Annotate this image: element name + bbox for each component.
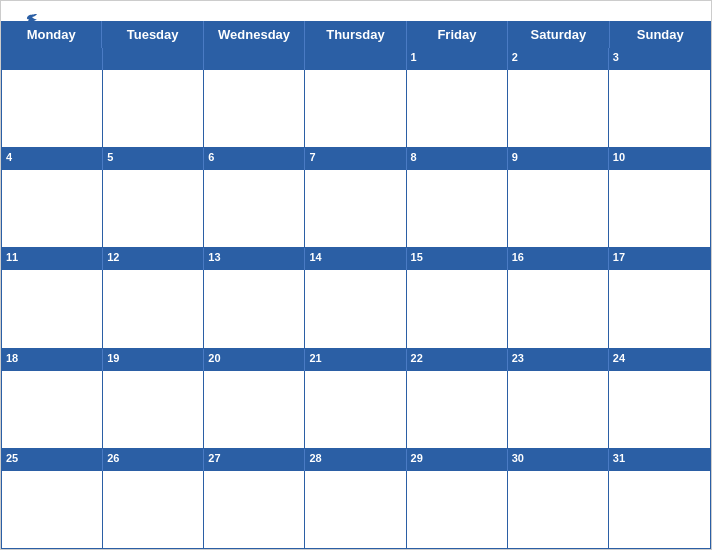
calendar-cell — [305, 270, 406, 347]
day-header-saturday: Saturday — [508, 21, 609, 48]
logo-bird-icon — [23, 11, 41, 29]
week-day-num: 15 — [407, 248, 508, 270]
calendar-cell — [407, 70, 508, 147]
week-day-num: 27 — [204, 449, 305, 471]
week-day-num: 14 — [305, 248, 406, 270]
calendar-cell — [204, 371, 305, 448]
calendar-cell — [609, 170, 710, 247]
calendar-header — [1, 1, 711, 21]
week-day-num: 25 — [2, 449, 103, 471]
calendar-cell — [103, 471, 204, 548]
calendar-cell — [407, 270, 508, 347]
week-day-num: 23 — [508, 349, 609, 371]
week-day-num — [2, 48, 103, 70]
calendar-cell — [2, 270, 103, 347]
calendar-cell — [305, 170, 406, 247]
week-day-num — [305, 48, 406, 70]
week-day-num: 18 — [2, 349, 103, 371]
calendar-cell — [508, 170, 609, 247]
day-header-monday: Monday — [1, 21, 102, 48]
week-day-num: 21 — [305, 349, 406, 371]
week-day-num: 7 — [305, 148, 406, 170]
week-day-num: 10 — [609, 148, 710, 170]
day-header-friday: Friday — [407, 21, 508, 48]
calendar-cell — [204, 471, 305, 548]
calendar-cell — [204, 70, 305, 147]
week-day-num — [103, 48, 204, 70]
calendar-cell — [508, 70, 609, 147]
week-day-num: 13 — [204, 248, 305, 270]
week-row-3: 11121314151617 — [2, 248, 710, 348]
week-day-num: 26 — [103, 449, 204, 471]
calendar-cell — [103, 371, 204, 448]
day-headers: MondayTuesdayWednesdayThursdayFridaySatu… — [1, 21, 711, 48]
calendar-cell — [407, 170, 508, 247]
calendar-grid: 1234567891011121314151617181920212223242… — [1, 48, 711, 549]
day-header-tuesday: Tuesday — [102, 21, 203, 48]
calendar-cell — [609, 471, 710, 548]
calendar-cell — [407, 471, 508, 548]
week-day-num: 29 — [407, 449, 508, 471]
calendar-cell — [609, 70, 710, 147]
calendar-cell — [103, 70, 204, 147]
week-day-num: 9 — [508, 148, 609, 170]
week-day-num: 31 — [609, 449, 710, 471]
week-day-num: 24 — [609, 349, 710, 371]
week-day-num: 12 — [103, 248, 204, 270]
week-day-num: 4 — [2, 148, 103, 170]
week-day-num: 30 — [508, 449, 609, 471]
calendar-cell — [2, 70, 103, 147]
week-day-num: 19 — [103, 349, 204, 371]
calendar-container: MondayTuesdayWednesdayThursdayFridaySatu… — [0, 0, 712, 550]
calendar-cell — [305, 70, 406, 147]
calendar-cell — [2, 170, 103, 247]
calendar-cell — [508, 371, 609, 448]
week-day-num: 2 — [508, 48, 609, 70]
week-day-num: 28 — [305, 449, 406, 471]
calendar-cell — [407, 371, 508, 448]
week-row-4: 18192021222324 — [2, 349, 710, 449]
week-day-num: 11 — [2, 248, 103, 270]
week-day-num — [204, 48, 305, 70]
week-day-num: 17 — [609, 248, 710, 270]
week-day-num: 6 — [204, 148, 305, 170]
calendar-cell — [2, 471, 103, 548]
day-header-sunday: Sunday — [610, 21, 711, 48]
week-day-num: 22 — [407, 349, 508, 371]
week-row-5: 25262728293031 — [2, 449, 710, 548]
calendar-cell — [103, 270, 204, 347]
day-header-thursday: Thursday — [305, 21, 406, 48]
week-day-num: 20 — [204, 349, 305, 371]
week-day-num: 5 — [103, 148, 204, 170]
calendar-cell — [508, 471, 609, 548]
week-day-num: 1 — [407, 48, 508, 70]
week-row-2: 45678910 — [2, 148, 710, 248]
week-day-num: 3 — [609, 48, 710, 70]
logo — [21, 11, 41, 29]
calendar-cell — [305, 371, 406, 448]
week-day-num: 16 — [508, 248, 609, 270]
calendar-cell — [204, 270, 305, 347]
calendar-cell — [204, 170, 305, 247]
calendar-cell — [305, 471, 406, 548]
calendar-cell — [508, 270, 609, 347]
calendar-cell — [2, 371, 103, 448]
week-day-num: 8 — [407, 148, 508, 170]
calendar-cell — [609, 270, 710, 347]
week-row-1: 123 — [2, 48, 710, 148]
calendar-cell — [103, 170, 204, 247]
calendar-cell — [609, 371, 710, 448]
day-header-wednesday: Wednesday — [204, 21, 305, 48]
